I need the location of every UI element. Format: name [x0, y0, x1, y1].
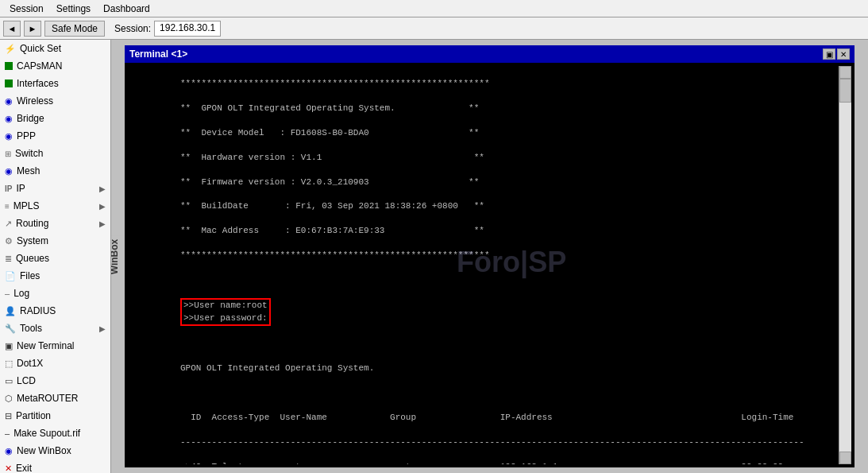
sidebar-item-ip[interactable]: IP IP ▶ — [0, 180, 110, 197]
sidebar-item-partition[interactable]: ⊟ Partition — [0, 407, 110, 425]
sidebar-item-label: Wireless — [17, 95, 53, 107]
files-icon: 📄 — [5, 271, 16, 281]
restore-button[interactable]: ▣ — [823, 48, 835, 60]
sidebar-item-metarouter[interactable]: ⬡ MetaROUTER — [0, 390, 110, 407]
scrollbar-track — [839, 79, 851, 452]
terminal-content: ****************************************… — [128, 66, 839, 464]
terminal-body[interactable]: ****************************************… — [125, 63, 854, 467]
sidebar-item-label: Make Supout.rif — [14, 428, 80, 439]
content-area: WinBox Terminal <1> ▣ ✕ ****************… — [111, 40, 868, 473]
menu-dashboard[interactable]: Dashboard — [97, 2, 156, 16]
menu-settings[interactable]: Settings — [50, 2, 97, 16]
sidebar-item-label: System — [17, 235, 48, 246]
sidebar-item-switch[interactable]: ⊞ Switch — [0, 145, 110, 162]
sidebar-item-label: Bridge — [17, 113, 44, 124]
sidebar-item-files[interactable]: 📄 Files — [0, 267, 110, 285]
chevron-right-icon: ▶ — [99, 184, 106, 193]
sidebar-item-label: New WinBox — [17, 445, 71, 456]
ppp-icon: ◉ — [5, 131, 13, 142]
tools-icon: 🔧 — [5, 324, 16, 334]
sidebar-item-wireless[interactable]: ◉ Wireless — [0, 92, 110, 110]
sidebar: ⚡ Quick Set CAPsMAN Interfaces ◉ Wireles… — [0, 40, 111, 473]
routing-icon: ↗ — [5, 219, 12, 229]
credential-highlight-box: >>User name:root>>User password: — [180, 298, 271, 326]
sidebar-item-make-supout[interactable]: – Make Supout.rif — [0, 425, 110, 442]
sidebar-item-exit[interactable]: ✕ Exit — [0, 459, 110, 473]
sidebar-item-dot1x[interactable]: ⬚ Dot1X — [0, 355, 110, 372]
sidebar-item-label: Partition — [16, 410, 51, 421]
metarouter-icon: ⬡ — [5, 394, 13, 404]
exit-icon: ✕ — [5, 463, 12, 474]
terminal-window: Terminal <1> ▣ ✕ ***********************… — [123, 44, 856, 469]
sidebar-item-ppp[interactable]: ◉ PPP — [0, 127, 110, 145]
sidebar-item-label: Files — [20, 270, 40, 281]
menu-session[interactable]: Session — [3, 2, 50, 16]
ip-icon: IP — [5, 184, 12, 193]
sidebar-item-mpls[interactable]: ≡ MPLS ▶ — [0, 197, 110, 215]
safe-mode-button[interactable]: Safe Mode — [44, 21, 105, 37]
wireless-icon: ◉ — [5, 96, 13, 107]
sidebar-item-label: MetaROUTER — [17, 393, 78, 404]
sidebar-item-label: New Terminal — [17, 340, 74, 351]
sidebar-item-bridge[interactable]: ◉ Bridge — [0, 110, 110, 127]
menu-bar: Session Settings Dashboard — [0, 0, 868, 17]
sidebar-item-label: Switch — [15, 148, 43, 159]
sidebar-item-label: MPLS — [14, 200, 40, 211]
terminal-scrollbar[interactable]: ▲ ▼ — [839, 66, 851, 464]
chevron-right-icon: ▶ — [99, 324, 106, 333]
mpls-icon: ≡ — [5, 202, 10, 211]
radius-icon: 👤 — [5, 306, 16, 316]
sidebar-item-label: RADIUS — [20, 305, 56, 316]
sidebar-item-capsman[interactable]: CAPsMAN — [0, 57, 110, 75]
partition-icon: ⊟ — [5, 411, 12, 421]
back-button[interactable]: ◄ — [3, 21, 21, 37]
main-layout: ⚡ Quick Set CAPsMAN Interfaces ◉ Wireles… — [0, 40, 868, 473]
sidebar-item-label: Quick Set — [20, 43, 61, 54]
queues-icon: ≣ — [5, 254, 12, 264]
scrollbar-thumb[interactable] — [839, 79, 851, 103]
sidebar-item-label: Tools — [20, 323, 42, 334]
chevron-right-icon: ▶ — [99, 202, 106, 211]
sidebar-item-label: Log — [14, 288, 29, 299]
sidebar-item-quick-set[interactable]: ⚡ Quick Set — [0, 40, 110, 57]
sidebar-item-label: IP — [16, 183, 25, 194]
interfaces-icon — [5, 79, 13, 87]
lightning-icon: ⚡ — [5, 44, 16, 54]
terminal-titlebar: Terminal <1> ▣ ✕ — [125, 45, 854, 63]
sidebar-item-queues[interactable]: ≣ Queues — [0, 250, 110, 267]
toolbar: ◄ ► Safe Mode Session: 192.168.30.1 — [0, 17, 868, 40]
sidebar-item-mesh[interactable]: ◉ Mesh — [0, 162, 110, 180]
sidebar-item-label: Mesh — [17, 165, 40, 176]
capsman-icon — [5, 62, 13, 70]
lcd-icon: ▭ — [5, 376, 13, 386]
switch-icon: ⊞ — [5, 149, 11, 158]
terminal-controls: ▣ ✕ — [823, 48, 850, 60]
close-button[interactable]: ✕ — [837, 48, 850, 60]
system-icon: ⚙ — [5, 236, 13, 246]
sidebar-item-label: Routing — [16, 218, 48, 229]
sidebar-item-label: PPP — [17, 130, 36, 142]
sidebar-item-log[interactable]: – Log — [0, 285, 110, 302]
sidebar-item-new-terminal[interactable]: ▣ New Terminal — [0, 337, 110, 355]
sidebar-item-interfaces[interactable]: Interfaces — [0, 75, 110, 92]
sidebar-item-system[interactable]: ⚙ System — [0, 232, 110, 250]
scroll-down-button[interactable]: ▼ — [839, 452, 851, 464]
sidebar-item-label: CAPsMAN — [17, 60, 62, 72]
winbox-sidebar-label: WinBox — [111, 235, 122, 277]
sidebar-item-label: Interfaces — [17, 78, 59, 89]
terminal-icon: ▣ — [5, 341, 13, 351]
winbox-icon: ◉ — [5, 446, 13, 456]
mesh-icon: ◉ — [5, 166, 13, 176]
sidebar-item-new-winbox[interactable]: ◉ New WinBox — [0, 442, 110, 459]
sidebar-item-radius[interactable]: 👤 RADIUS — [0, 302, 110, 320]
sidebar-item-label: Exit — [16, 463, 32, 473]
sidebar-item-routing[interactable]: ↗ Routing ▶ — [0, 215, 110, 232]
sidebar-item-tools[interactable]: 🔧 Tools ▶ — [0, 320, 110, 337]
bridge-icon: ◉ — [5, 114, 13, 124]
supout-icon: – — [5, 428, 10, 438]
dot1x-icon: ⬚ — [5, 359, 13, 369]
sidebar-item-lcd[interactable]: ▭ LCD — [0, 372, 110, 390]
scroll-up-button[interactable]: ▲ — [839, 66, 851, 79]
forward-button[interactable]: ► — [24, 21, 41, 37]
sidebar-item-label: Dot1X — [17, 358, 43, 369]
